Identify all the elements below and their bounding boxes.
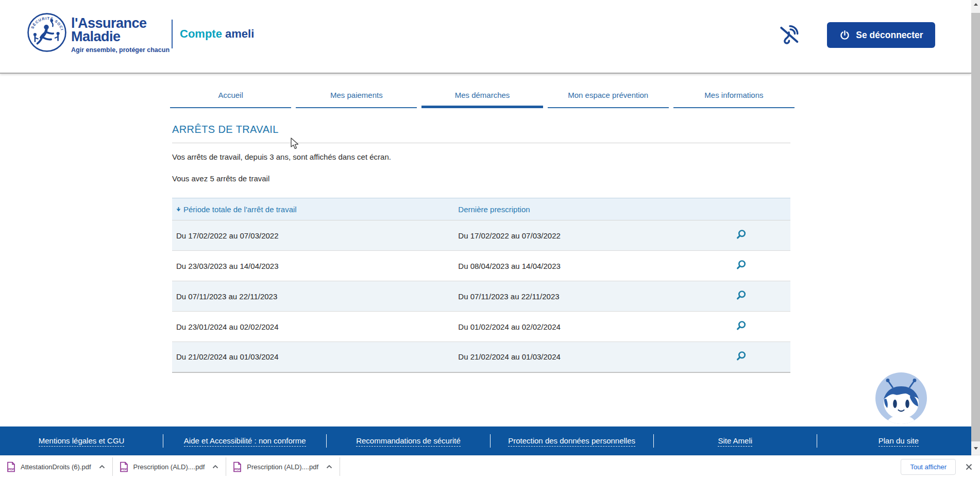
download-item-3[interactable]: PDF Prescription (ALD)....pdf	[226, 455, 340, 478]
table-row: Du 17/02/2022 au 07/03/2022 Du 17/02/202…	[172, 220, 790, 251]
tab-mon-espace-prevention[interactable]: Mon espace prévention	[548, 86, 669, 108]
footer-link-plan-du-site[interactable]: Plan du site	[878, 436, 919, 447]
vertical-scrollbar[interactable]	[971, 0, 980, 455]
tab-label: Mes démarches	[455, 91, 510, 99]
footer-link-site-ameli[interactable]: Site Ameli	[718, 436, 752, 447]
scrollbar-thumb[interactable]	[971, 13, 980, 441]
download-filename: AttestationDroits (6).pdf	[21, 463, 91, 471]
period-cell: Du 07/11/2023 au 22/11/2023	[172, 281, 454, 312]
brand-tagline: Agir ensemble, protéger chacun	[71, 46, 170, 54]
work-stoppages-table: Période totale de l'arrêt de travail Der…	[172, 198, 790, 373]
view-details-button[interactable]	[733, 287, 749, 305]
download-menu-chevron-up-icon[interactable]	[326, 464, 333, 469]
period-cell: Du 23/01/2024 au 02/02/2024	[172, 312, 454, 342]
period-cell: Du 17/02/2022 au 07/03/2022	[172, 220, 454, 251]
svg-text:PDF: PDF	[8, 467, 14, 470]
svg-text:PDF: PDF	[234, 467, 241, 470]
tab-mes-paiements[interactable]: Mes paiements	[296, 86, 417, 108]
table-row: Du 23/01/2024 au 02/02/2024 Du 01/02/202…	[172, 312, 790, 342]
svg-text:PDF: PDF	[121, 467, 127, 470]
footer-link-aide-accessibilite[interactable]: Aide et Accessibilité : non conforme	[184, 436, 306, 447]
magnifier-icon	[735, 320, 747, 332]
count-text: Vous avez 5 arrêts de travail	[172, 174, 790, 183]
logout-label: Se déconnecter	[856, 30, 923, 41]
brand-line1: l'Assurance	[71, 16, 170, 30]
page-title: ARRÊTS DE TRAVAIL	[172, 124, 790, 135]
table-row: Du 23/03/2023 au 14/04/2023 Du 08/04/202…	[172, 251, 790, 281]
tab-mes-informations[interactable]: Mes informations	[673, 86, 795, 108]
tab-label: Mon espace prévention	[568, 91, 648, 99]
brand-text: l'Assurance Maladie Agir ensemble, proté…	[71, 12, 170, 54]
footer-link-mentions-legales[interactable]: Mentions légales et CGU	[39, 436, 125, 447]
column-header-prescription[interactable]: Dernière prescription	[454, 198, 688, 220]
column-header-label: Période totale de l'arrêt de travail	[183, 205, 297, 214]
downloads-separator	[340, 457, 340, 476]
compte-ameli-wordmark: Compte ameli	[180, 27, 254, 41]
scrollbar-down-arrow[interactable]	[971, 444, 980, 452]
tab-accueil[interactable]: Accueil	[170, 86, 291, 108]
pdf-file-icon: PDF	[120, 462, 128, 472]
prescription-cell: Du 17/02/2022 au 07/03/2022	[454, 220, 688, 251]
close-icon	[965, 463, 973, 471]
tab-label: Mes informations	[704, 91, 763, 99]
header-divider	[172, 20, 173, 48]
tab-label: Accueil	[218, 91, 243, 99]
assurance-maladie-logo[interactable]: SÉCURITÉ SOCIALE l'Assurance	[27, 12, 170, 54]
pdf-file-icon: PDF	[233, 462, 242, 472]
magnifier-icon	[735, 259, 747, 271]
download-item-1[interactable]: PDF AttestationDroits (6).pdf	[0, 455, 112, 478]
view-details-button[interactable]	[733, 318, 749, 335]
download-filename: Prescription (ALD)....pdf	[247, 463, 318, 471]
logout-button[interactable]: Se déconnecter	[827, 22, 935, 48]
title-divider	[172, 143, 790, 143]
magnifier-icon	[735, 229, 747, 241]
footer-link-protection-donnees[interactable]: Protection des données personnelles	[508, 436, 635, 447]
chatbot-mascot-button[interactable]	[874, 371, 928, 425]
hearing-disabled-icon[interactable]	[777, 23, 801, 46]
product-word-compte: Compte	[180, 27, 222, 40]
prescription-cell: Du 08/04/2023 au 14/04/2023	[454, 251, 688, 281]
period-cell: Du 21/02/2024 au 01/03/2024	[172, 342, 454, 372]
view-details-button[interactable]	[733, 348, 749, 366]
period-cell: Du 23/03/2023 au 14/04/2023	[172, 251, 454, 281]
table-header-row: Période totale de l'arrêt de travail Der…	[172, 198, 790, 220]
sort-descending-icon	[176, 207, 181, 212]
column-header-period[interactable]: Période totale de l'arrêt de travail	[172, 198, 454, 220]
scrollbar-up-arrow[interactable]	[971, 0, 980, 8]
column-header-label: Dernière prescription	[458, 205, 530, 214]
download-item-2[interactable]: PDF Prescription (ALD)....pdf	[113, 455, 226, 478]
browser-downloads-bar: PDF AttestationDroits (6).pdf PDF Prescr…	[0, 455, 980, 478]
brand-line2: Maladie	[71, 30, 170, 43]
securite-sociale-roundel-icon: SÉCURITÉ SOCIALE	[27, 12, 67, 53]
prescription-cell: Du 01/02/2024 au 02/02/2024	[454, 312, 688, 342]
close-downloads-bar-button[interactable]	[964, 462, 974, 472]
intro-text: Vos arrêts de travail, depuis 3 ans, son…	[172, 152, 790, 161]
download-menu-chevron-up-icon[interactable]	[98, 464, 106, 469]
table-row: Du 21/02/2024 au 01/03/2024 Du 21/02/202…	[172, 342, 790, 372]
site-footer: Mentions légales et CGU Aide et Accessib…	[0, 426, 980, 455]
tab-label: Mes paiements	[330, 91, 383, 99]
view-details-button[interactable]	[733, 257, 749, 275]
magnifier-icon	[735, 289, 747, 301]
show-all-downloads-button[interactable]: Tout afficher	[901, 459, 956, 475]
power-icon	[839, 29, 851, 41]
app-header: SÉCURITÉ SOCIALE l'Assurance	[0, 0, 971, 74]
download-menu-chevron-up-icon[interactable]	[212, 464, 219, 469]
download-filename: Prescription (ALD)....pdf	[133, 463, 205, 471]
prescription-cell: Du 21/02/2024 au 01/03/2024	[454, 342, 688, 372]
product-word-ameli: ameli	[225, 27, 254, 40]
prescription-cell: Du 07/11/2023 au 22/11/2023	[454, 281, 688, 312]
view-details-button[interactable]	[733, 227, 749, 244]
table-row: Du 07/11/2023 au 22/11/2023 Du 07/11/202…	[172, 281, 790, 312]
tab-mes-demarches[interactable]: Mes démarches	[421, 86, 543, 108]
magnifier-icon	[735, 350, 747, 362]
pdf-file-icon: PDF	[7, 462, 15, 472]
column-header-actions	[688, 198, 790, 220]
work-stoppages-section: ARRÊTS DE TRAVAIL Vos arrêts de travail,…	[172, 124, 790, 373]
footer-link-recommandations-securite[interactable]: Recommandations de sécurité	[356, 436, 461, 447]
main-nav: Accueil Mes paiements Mes démarches Mon …	[170, 86, 795, 108]
